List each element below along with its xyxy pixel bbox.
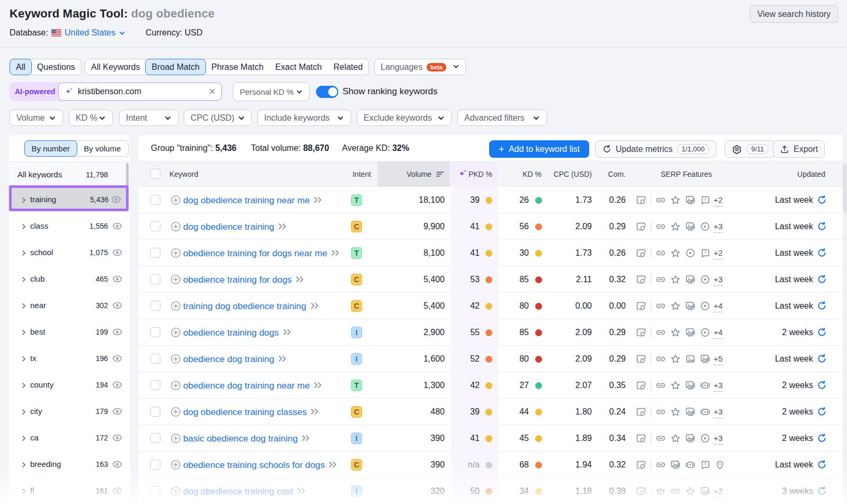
svg-text:?: ? (704, 197, 707, 202)
svg-text:?: ? (704, 250, 707, 255)
svg-text:?: ? (704, 462, 707, 467)
